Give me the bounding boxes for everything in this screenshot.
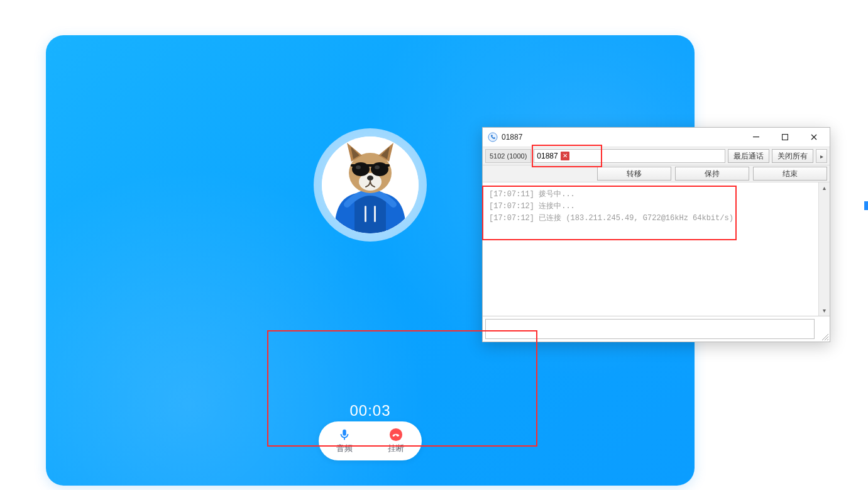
svg-point-8 xyxy=(352,162,370,176)
message-input[interactable] xyxy=(485,319,815,339)
input-row xyxy=(483,316,830,342)
scroll-down-icon[interactable]: ▾ xyxy=(819,305,830,316)
svg-point-9 xyxy=(371,162,388,176)
scrollbar[interactable]: ▴ ▾ xyxy=(818,182,830,316)
svg-rect-2 xyxy=(365,206,366,222)
svg-rect-15 xyxy=(783,135,788,140)
window-title: 01887 xyxy=(502,133,522,142)
minimize-button[interactable] xyxy=(742,128,771,147)
hangup-button[interactable]: 挂断 xyxy=(370,421,422,460)
end-button[interactable]: 结束 xyxy=(753,167,827,181)
microphone-icon xyxy=(338,428,351,442)
close-window-button[interactable] xyxy=(799,128,828,147)
maximize-button[interactable] xyxy=(771,128,799,147)
call-log-window: 01887 5102 (1000) 01887 ✕ 最后通话 关闭所有 ▸ 转移… xyxy=(482,127,830,342)
close-all-button[interactable]: 关闭所有 xyxy=(772,149,813,163)
clear-number-icon[interactable]: ✕ xyxy=(561,152,569,160)
toolbar-actions: 转移 保持 结束 xyxy=(483,165,830,182)
transfer-button[interactable]: 转移 xyxy=(597,167,671,181)
svg-point-6 xyxy=(367,175,373,181)
last-call-button[interactable]: 最后通话 xyxy=(728,149,769,163)
log-line: [17:07:12] 已连接 (183.211.245.49, G722@16k… xyxy=(489,213,812,223)
avatar xyxy=(314,128,427,242)
svg-rect-3 xyxy=(374,206,376,222)
svg-rect-14 xyxy=(753,136,759,137)
audio-button[interactable]: 音频 xyxy=(319,421,370,460)
number-field[interactable]: 01887 ✕ xyxy=(534,149,725,163)
hangup-icon xyxy=(389,428,403,442)
line-tab[interactable]: 5102 (1000) xyxy=(485,149,531,163)
toolbar-top: 5102 (1000) 01887 ✕ 最后通话 关闭所有 ▸ xyxy=(483,147,830,165)
phone-app-icon xyxy=(488,132,498,142)
audio-label: 音频 xyxy=(336,443,353,454)
scroll-up-icon[interactable]: ▴ xyxy=(819,182,830,193)
log-line: [17:07:12] 连接中... xyxy=(489,201,812,211)
log-line: [17:07:11] 拨号中... xyxy=(489,189,812,199)
titlebar[interactable]: 01887 xyxy=(483,128,830,147)
next-tab-icon[interactable]: ▸ xyxy=(816,149,827,163)
hangup-label: 挂断 xyxy=(388,443,404,454)
call-controls: 音频 挂断 xyxy=(319,421,422,460)
edge-decoration xyxy=(864,201,868,210)
avatar-image xyxy=(322,136,419,233)
call-timer: 00:03 xyxy=(349,402,390,420)
svg-point-10 xyxy=(356,165,361,169)
log-area[interactable]: [17:07:11] 拨号中... [17:07:12] 连接中... [17:… xyxy=(483,182,818,316)
svg-point-11 xyxy=(375,165,380,169)
number-value: 01887 xyxy=(537,152,558,160)
hold-button[interactable]: 保持 xyxy=(675,167,749,181)
resize-grip-icon[interactable] xyxy=(817,316,830,342)
